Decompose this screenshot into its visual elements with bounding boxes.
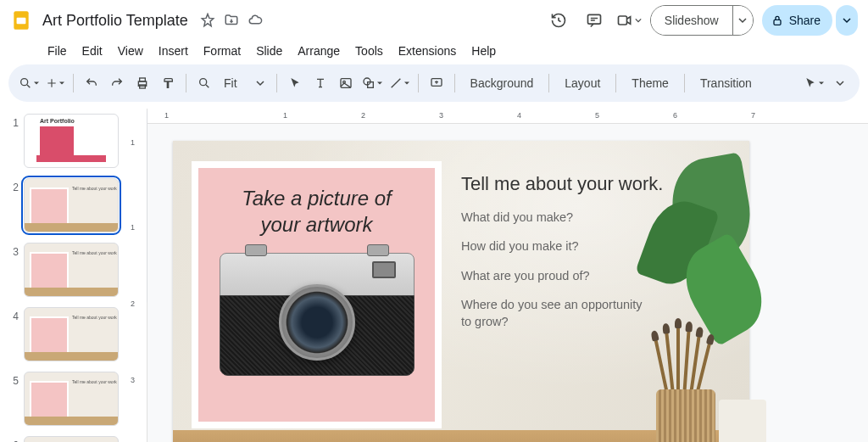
slides-logo xyxy=(10,7,32,34)
svg-point-9 xyxy=(200,79,207,86)
slide-number: 5 xyxy=(7,372,19,387)
new-slide-button[interactable] xyxy=(44,71,66,95)
zoom-tool[interactable] xyxy=(193,71,215,95)
svg-point-5 xyxy=(21,79,28,86)
mode-switch[interactable] xyxy=(802,71,826,95)
menu-format[interactable]: Format xyxy=(197,41,248,61)
slide-number: 6 xyxy=(7,436,19,442)
thumbnail-panel[interactable]: 1 Art Portfolio 2 Tell me about your wor… xyxy=(0,109,127,442)
svg-rect-7 xyxy=(140,78,146,81)
slide-thumbnail-3[interactable]: Tell me about your work xyxy=(24,243,119,297)
workspace: 1 Art Portfolio 2 Tell me about your wor… xyxy=(0,109,868,442)
document-title[interactable]: Art Portfolio Template xyxy=(39,10,192,31)
transition-button[interactable]: Transition xyxy=(692,76,760,90)
image-tool[interactable] xyxy=(335,71,357,95)
menu-edit[interactable]: Edit xyxy=(75,41,109,61)
svg-rect-1 xyxy=(17,18,26,25)
camera-image xyxy=(220,253,415,376)
print-button[interactable] xyxy=(131,71,153,95)
comment-tool[interactable] xyxy=(426,71,448,95)
select-tool[interactable] xyxy=(284,71,306,95)
slideshow-button[interactable]: Slideshow xyxy=(651,6,732,35)
layout-button[interactable]: Layout xyxy=(556,76,609,90)
svg-rect-4 xyxy=(774,20,781,25)
slideshow-button-group: Slideshow xyxy=(650,5,754,36)
menu-bar: File Edit View Insert Format Slide Arran… xyxy=(0,41,868,64)
history-icon[interactable] xyxy=(545,7,572,34)
comment-icon[interactable] xyxy=(581,7,608,34)
slide-number: 4 xyxy=(7,307,19,322)
menu-arrange[interactable]: Arrange xyxy=(291,41,347,61)
slide-number: 2 xyxy=(7,178,19,193)
toolbar-overflow[interactable] xyxy=(829,71,851,95)
slide-canvas[interactable]: Take a picture of your artwork xyxy=(173,141,749,442)
toolbar: Fit Background Layout Theme Transition xyxy=(8,64,860,102)
plant-pot-image xyxy=(719,400,766,442)
textbox-tool[interactable] xyxy=(309,71,331,95)
line-tool[interactable] xyxy=(387,71,411,95)
shape-tool[interactable] xyxy=(360,71,384,95)
paint-format-button[interactable] xyxy=(157,71,179,95)
share-label: Share xyxy=(789,14,821,27)
svg-rect-3 xyxy=(618,16,626,25)
pink-card-title[interactable]: Take a picture of your artwork xyxy=(242,185,392,238)
slide-number: 3 xyxy=(7,243,19,258)
slide-thumbnail-4[interactable]: Tell me about your work xyxy=(24,307,119,361)
slide-viewport[interactable]: Take a picture of your artwork xyxy=(147,124,868,442)
zoom-select[interactable]: Fit xyxy=(219,76,270,90)
slide-number: 1 xyxy=(7,114,19,129)
search-tool[interactable] xyxy=(17,71,41,95)
meet-icon[interactable] xyxy=(616,7,642,34)
lock-icon xyxy=(771,14,784,27)
background-button[interactable]: Background xyxy=(462,76,542,90)
slide-thumbnail-6[interactable]: Tell me about your work xyxy=(24,436,119,442)
star-icon[interactable] xyxy=(200,13,215,28)
menu-file[interactable]: File xyxy=(41,41,74,61)
slide-thumbnail-2[interactable]: Tell me about your work xyxy=(24,178,119,232)
brushes-image xyxy=(654,325,714,393)
undo-button[interactable] xyxy=(81,71,103,95)
cloud-icon[interactable] xyxy=(248,13,263,28)
plant-image xyxy=(605,132,758,353)
share-button[interactable]: Share xyxy=(762,5,832,36)
pink-card[interactable]: Take a picture of your artwork xyxy=(192,161,442,428)
vertical-ruler[interactable]: 1 1 2 3 xyxy=(127,109,147,442)
menu-view[interactable]: View xyxy=(111,41,150,61)
menu-help[interactable]: Help xyxy=(465,41,503,61)
slideshow-dropdown[interactable] xyxy=(732,6,753,35)
slide-thumbnail-5[interactable]: Tell me about your work xyxy=(24,372,119,426)
slide-thumbnail-1[interactable]: Art Portfolio xyxy=(24,114,119,168)
menu-tools[interactable]: Tools xyxy=(348,41,390,61)
menu-slide[interactable]: Slide xyxy=(249,41,289,61)
svg-rect-2 xyxy=(587,14,600,24)
move-icon[interactable] xyxy=(224,13,239,28)
canvas-area: 1 1 2 3 1 1 2 3 4 5 6 7 xyxy=(127,109,868,442)
header-bar: Art Portfolio Template Slideshow Share xyxy=(0,0,868,41)
title-area: Art Portfolio Template xyxy=(39,10,263,31)
menu-insert[interactable]: Insert xyxy=(152,41,195,61)
menu-extensions[interactable]: Extensions xyxy=(392,41,463,61)
brush-cup-image xyxy=(656,389,715,442)
redo-button[interactable] xyxy=(106,71,128,95)
horizontal-ruler[interactable]: 1 1 2 3 4 5 6 7 xyxy=(147,109,868,124)
share-dropdown[interactable] xyxy=(836,5,858,36)
theme-button[interactable]: Theme xyxy=(623,76,677,90)
